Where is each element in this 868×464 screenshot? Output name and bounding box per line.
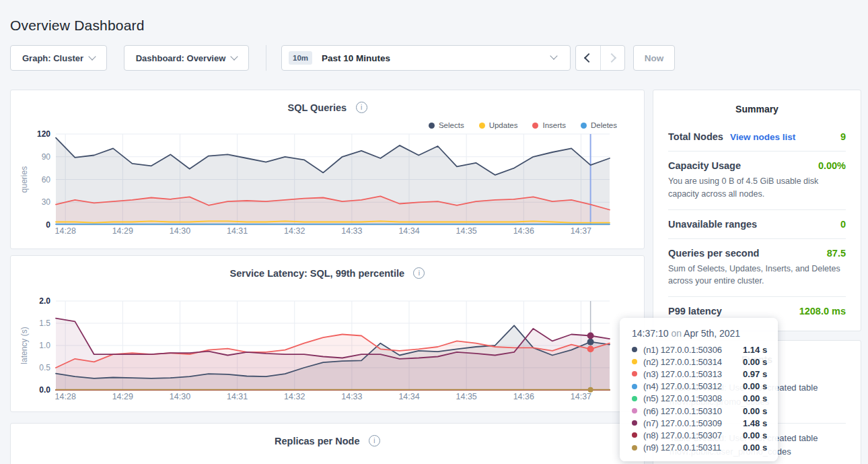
tooltip-row: (n8) 127.0.0.1:503070.00 s <box>632 429 778 441</box>
svg-text:14:35: 14:35 <box>456 226 477 236</box>
time-range-badge: 10m <box>289 51 312 65</box>
svg-text:1.5: 1.5 <box>39 319 50 328</box>
summary-item-row: Queries per second87.5 <box>668 248 846 259</box>
svg-text:14:28: 14:28 <box>55 392 76 401</box>
svg-text:30: 30 <box>42 197 51 207</box>
summary-item-label: Queries per second <box>668 248 759 259</box>
tooltip-date: Apr 5th, 2021 <box>684 328 740 339</box>
summary-item-value: 9 <box>840 131 846 142</box>
svg-text:14:36: 14:36 <box>513 226 534 236</box>
graph-dropdown-label: Graph: Cluster <box>22 53 83 63</box>
summary-item: Unavailable ranges0 <box>653 210 861 238</box>
tooltip-row: (n3) 127.0.0.1:503130.97 s <box>632 368 778 380</box>
summary-item: Queries per second87.5Sum of Selects, Up… <box>653 239 861 297</box>
svg-text:14:28: 14:28 <box>55 226 76 236</box>
service-latency-chart[interactable]: 14:2814:2914:3014:3114:3214:3314:3414:35… <box>11 256 644 411</box>
summary-item-row: Total NodesView nodes list9 <box>668 131 846 142</box>
svg-text:queries: queries <box>20 166 29 193</box>
tooltip-row-label: (n6) 127.0.0.1:50310 <box>643 406 743 416</box>
tooltip-row: (n7) 127.0.0.1:503091.48 s <box>632 417 778 429</box>
tooltip-row-value: 0.97 s <box>743 369 767 379</box>
svg-text:60: 60 <box>42 175 51 185</box>
tooltip-row-label: (n3) 127.0.0.1:50313 <box>643 369 743 379</box>
summary-item-row: Unavailable ranges0 <box>668 219 846 230</box>
svg-text:1.0: 1.0 <box>39 341 50 350</box>
view-nodes-list-link[interactable]: View nodes list <box>730 132 795 142</box>
svg-text:14:29: 14:29 <box>112 226 133 236</box>
svg-text:14:30: 14:30 <box>170 392 190 401</box>
svg-text:14:33: 14:33 <box>341 392 362 401</box>
page-title: Overview Dashboard <box>10 18 145 34</box>
summary-item-row: Capacity Usage0.00% <box>668 160 846 171</box>
tooltip-row-label: (n5) 127.0.0.1:50308 <box>643 393 743 403</box>
svg-text:14:31: 14:31 <box>227 226 248 236</box>
time-range-picker[interactable]: 10m Past 10 Minutes <box>281 45 571 71</box>
tooltip-row-label: (n7) 127.0.0.1:50309 <box>643 418 743 428</box>
svg-text:14:32: 14:32 <box>284 226 305 236</box>
summary-item-label: P99 latency <box>668 306 722 317</box>
now-button[interactable]: Now <box>633 45 675 71</box>
summary-item-value: 0.00% <box>818 160 846 171</box>
tooltip-row-dot <box>632 396 637 401</box>
summary-items: Total NodesView nodes list9Capacity Usag… <box>653 123 861 325</box>
chevron-down-icon <box>550 52 557 59</box>
chevron-down-icon <box>88 53 96 60</box>
summary-item: Total NodesView nodes list9 <box>653 123 861 151</box>
tooltip-row-value: 0.00 s <box>743 393 767 403</box>
chevron-left-icon <box>584 53 593 63</box>
prev-time-button[interactable] <box>576 46 600 70</box>
svg-text:14:36: 14:36 <box>513 392 534 401</box>
tooltip-row-value: 1.48 s <box>743 418 767 428</box>
graph-dropdown[interactable]: Graph: Cluster <box>10 45 107 71</box>
summary-item-label: Total Nodes <box>668 131 723 142</box>
svg-text:14:37: 14:37 <box>571 226 591 236</box>
summary-title: Summary <box>653 90 861 123</box>
svg-text:90: 90 <box>42 152 51 162</box>
tooltip-row-value: 0.00 s <box>743 430 767 440</box>
chart-hover-tooltip: 14:37:10 on Apr 5th, 2021 (n1) 127.0.0.1… <box>620 318 778 461</box>
tooltip-row: (n4) 127.0.0.1:503120.00 s <box>632 380 778 393</box>
chart-title-row: Replicas per Node i <box>11 434 644 446</box>
svg-text:2.0: 2.0 <box>39 296 50 306</box>
summary-panel: Summary Total NodesView nodes list9Capac… <box>653 90 861 331</box>
tooltip-row-value: 0.00 s <box>743 406 767 416</box>
svg-text:14:31: 14:31 <box>227 392 248 401</box>
tooltip-row: (n9) 127.0.0.1:503110.00 s <box>632 442 778 454</box>
tooltip-row-dot <box>632 371 637 376</box>
summary-item-label: Unavailable ranges <box>668 219 757 230</box>
svg-text:14:35: 14:35 <box>456 392 477 401</box>
time-range-label: Past 10 Minutes <box>322 53 390 63</box>
tooltip-row-dot <box>632 347 637 352</box>
tooltip-time: 14:37:10 <box>632 328 669 339</box>
summary-item: Capacity Usage0.00%You are using 0 B of … <box>653 152 861 209</box>
tooltip-row-label: (n9) 127.0.0.1:50311 <box>643 442 743 453</box>
tooltip-row-label: (n2) 127.0.0.1:50314 <box>643 357 743 367</box>
tooltip-row-dot <box>632 408 637 413</box>
svg-text:0.0: 0.0 <box>39 385 50 395</box>
info-icon[interactable]: i <box>369 435 380 446</box>
chart-title: Replicas per Node <box>275 436 360 446</box>
tooltip-row: (n6) 127.0.0.1:503100.00 s <box>632 405 778 417</box>
svg-text:14:37: 14:37 <box>571 392 591 401</box>
dashboard-dropdown[interactable]: Dashboard: Overview <box>124 45 249 71</box>
sql-queries-chart[interactable]: 14:2814:2914:3014:3114:3214:3314:3414:35… <box>11 90 644 248</box>
tooltip-row-value: 0.00 s <box>743 442 767 453</box>
summary-item-desc: Sum of Selects, Updates, Inserts, and De… <box>668 263 846 288</box>
svg-text:0: 0 <box>46 220 50 230</box>
tooltip-on: on <box>671 328 682 339</box>
summary-item-label: Capacity Usage <box>668 160 741 171</box>
tooltip-row: (n5) 127.0.0.1:503080.00 s <box>632 393 778 405</box>
tooltip-row-value: 0.00 s <box>743 381 767 391</box>
summary-item-row: P99 latency1208.0 ms <box>668 306 846 317</box>
replicas-per-node-card: Replicas per Node i <box>10 423 645 464</box>
chevron-right-icon <box>607 53 616 63</box>
next-time-button[interactable] <box>600 46 625 70</box>
tooltip-rows: (n1) 127.0.0.1:503061.14 s(n2) 127.0.0.1… <box>632 343 778 454</box>
summary-item-value: 87.5 <box>827 248 846 259</box>
summary-item-desc: You are using 0 B of 4.5 GiB usable disk… <box>668 175 846 201</box>
controls-divider <box>266 45 266 71</box>
tooltip-row-label: (n8) 127.0.0.1:50307 <box>643 430 743 440</box>
svg-text:14:30: 14:30 <box>170 226 190 236</box>
svg-text:0.5: 0.5 <box>39 363 50 372</box>
svg-text:14:29: 14:29 <box>112 392 133 401</box>
